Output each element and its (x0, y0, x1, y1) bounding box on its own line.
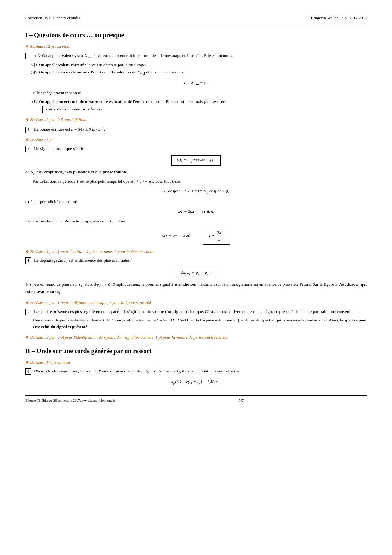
q6-number: 6 (25, 368, 31, 375)
header-right: Langevin-Wallon, PTSI 2017-2018 (311, 15, 367, 21)
question-4: 4 Le déphasage Δφ2/1 est la différence d… (25, 257, 367, 296)
question-5: 5 Le spectre présente des pics régulière… (25, 309, 367, 330)
q4-number: 4 (25, 257, 31, 264)
formula-2pi-T: ωT = 2π d'où T = 2π ω . (25, 228, 367, 245)
q3-bareme: Barème : 4 pts : 1 pour l'écriture, 1 po… (25, 248, 367, 255)
question-3: 3 Un signal harmonique s'écrit s(t) = Sm… (25, 146, 367, 245)
section2-bareme: Barème : 17 pts au total (25, 359, 367, 365)
formula-xfr: xfr(t1) = c(t1 − tfr) = 1,50 m . (25, 378, 367, 386)
section2-title: II – Onde sur une corde générée par un r… (25, 346, 367, 356)
formula-period-cos: Sm cos(ωt + ωT + φ) = Sm cos(ωt + φ) (25, 188, 367, 195)
q1-bareme: Barème : 2 pts : 0.5 par définition. (25, 116, 367, 123)
page-footer: Étienne Thiébierge, 25 septembre 2017, w… (25, 395, 367, 404)
q2-bareme: Barème : 1 pt (25, 137, 367, 143)
q3-number: 3 (25, 146, 31, 152)
formula-epsilon: ε = Xvrai − x . (25, 79, 367, 87)
q2-number: 2 (25, 127, 31, 133)
formula-s: s(t) = Sm cos(ωt + φ) . (25, 155, 367, 166)
question-1: 1 ▷ On appelle valeur vraie Xvrai la val… (25, 53, 367, 113)
footer-center: 2/7 (238, 397, 244, 404)
question-6: 6 D'après le chronogramme, le front de l… (25, 368, 367, 386)
q1-number: 1 (25, 53, 31, 59)
section1-bareme: Barème : 12 pts au total (25, 43, 367, 50)
footer-left: Étienne Thiébierge, 25 septembre 2017, w… (25, 398, 116, 403)
header-left: Correction DS1 : Signaux et ondes (25, 15, 80, 21)
formula-dphi: Δφ2/1 = φ2 − φ1 . (25, 268, 367, 278)
formula-nT: ωT = 2nπ n entier. (25, 208, 367, 215)
question-2: 2 La bonne écriture est c = 349 ± 8 m · … (25, 125, 367, 133)
q5-bareme: Barème : 3 pts : 2 pt pour l'identificat… (25, 334, 367, 340)
page-header: Correction DS1 : Signaux et ondes Langev… (25, 15, 367, 23)
q4-bareme: Barème : 2 pts : 1 pour la définition et… (25, 300, 367, 306)
q5-number: 5 (25, 309, 31, 315)
schema-note: Voir votre cours pour le schéma ! (42, 106, 102, 113)
page: Correction DS1 : Signaux et ondes Langev… (0, 0, 392, 555)
section1-title: I – Questions de cours … ou presque (25, 30, 367, 40)
